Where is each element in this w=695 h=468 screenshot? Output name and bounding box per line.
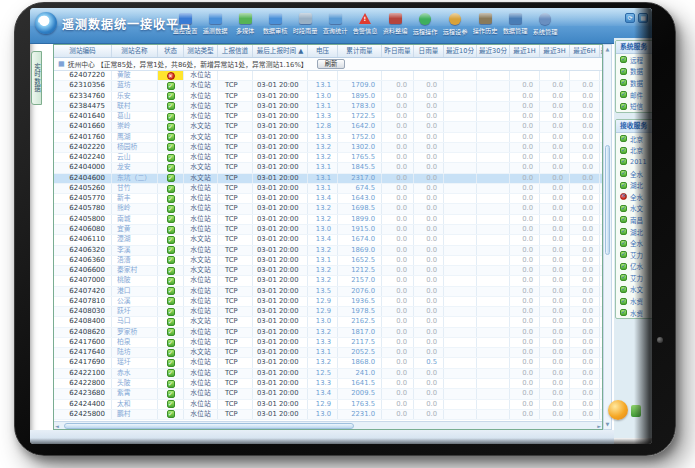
table-row[interactable]: 62407220黄陂✕水位站: [54, 71, 602, 81]
table-row[interactable]: 62417690瑶圩✓水位站TCP03-01 20:0013.21868.00.…: [54, 358, 602, 368]
table-row[interactable]: 62402220杨园桥✓水位站TCP03-01 20:0013.21302.00…: [54, 143, 602, 153]
horizontal-scroll-thumb[interactable]: [64, 423, 354, 429]
panel-service-item[interactable]: ✓短信: [616, 100, 652, 112]
column-header-11[interactable]: 最近10分: [444, 45, 477, 57]
horizontal-scrollbar[interactable]: ◄ ►: [54, 421, 602, 430]
table-row[interactable]: 62401760鹰湖✓水文站TCP03-01 20:0013.31752.00.…: [54, 133, 602, 143]
panel-service-item[interactable]: ✓2011: [616, 156, 652, 168]
realtime-data-tab[interactable]: 实时数据: [31, 51, 42, 105]
table-row[interactable]: 62422100赤水✓水位站TCP03-01 20:0012.5241.00.0…: [54, 369, 602, 379]
table-row[interactable]: 62406320李溪✓水位站TCP03-01 20:0013.21869.00.…: [54, 246, 602, 256]
grid-icon[interactable]: ▦: [638, 13, 648, 23]
panel-service-item[interactable]: ✓北京: [616, 145, 652, 157]
sun-logo-icon: [608, 400, 628, 420]
vertical-scrollbar[interactable]: ▲ ▼: [603, 44, 612, 430]
table-row[interactable]: 62424400太和✓水位站TCP03-01 20:0012.91763.50.…: [54, 400, 602, 410]
refresh-icon[interactable]: ⟳: [625, 13, 635, 23]
panel-service-item[interactable]: ✓亿水: [616, 261, 652, 273]
scroll-up-arrow-icon[interactable]: ▲: [604, 45, 611, 54]
toolbar-item-资料整编[interactable]: 资料整编: [380, 11, 410, 36]
refresh-button[interactable]: 刷新: [317, 59, 346, 69]
panel-service-item[interactable]: ✓邮件: [616, 89, 652, 101]
toolbar-item-监控设置[interactable]: 监控设置: [170, 11, 200, 36]
table-row[interactable]: 62407420港口✓水位站TCP03-01 20:0013.52076.00.…: [54, 287, 602, 297]
table-row[interactable]: 62310356蓝坊✓水位站TCP03-01 20:0013.11709.00.…: [54, 81, 602, 91]
table-row[interactable]: 62401660崇岭✓水文站TCP03-01 20:0012.81642.00.…: [54, 122, 602, 132]
column-header-2[interactable]: 测站名称: [112, 45, 158, 57]
table-row[interactable]: 62406600秦家村✓水文站TCP03-01 20:0013.21212.50…: [54, 266, 602, 276]
column-header-6[interactable]: 最后上报时间 ▲: [253, 45, 308, 57]
scroll-right-arrow-icon[interactable]: ►: [597, 422, 601, 430]
panel-service-item[interactable]: ✓水文: [616, 203, 652, 215]
table-row[interactable]: 62405770新丰✓水位站TCP03-01 20:0013.41643.00.…: [54, 194, 602, 204]
cell-voltage: 13.2: [308, 358, 338, 367]
table-row[interactable]: 62402240云山✓水位站TCP03-01 20:0013.21765.50.…: [54, 153, 602, 163]
panel-service-item[interactable]: ✓湖北: [616, 179, 652, 191]
toolbar-item-远程操作[interactable]: 远程操作: [410, 11, 440, 36]
table-row[interactable]: 62408030跃圩✓水位站TCP03-01 20:0012.91978.50.…: [54, 307, 602, 317]
table-row[interactable]: 62407810公溪✓水位站TCP03-01 20:0012.91936.50.…: [54, 297, 602, 307]
panel-service-item[interactable]: ✕全水: [616, 191, 652, 203]
panel-service-item[interactable]: ✓水资: [616, 295, 652, 307]
toolbar-item-遥测数据[interactable]: 遥测数据: [200, 11, 230, 36]
toolbar-item-远程设参[interactable]: 远程设参: [440, 11, 470, 36]
vertical-scroll-thumb[interactable]: [605, 145, 610, 255]
column-header-13[interactable]: 最近1H: [510, 45, 540, 57]
table-row[interactable]: 62417640陆坊✓水文站TCP03-01 20:0013.12052.50.…: [54, 348, 602, 358]
table-row[interactable]: 62422800头陂✓水位站TCP03-01 20:0013.31641.50.…: [54, 379, 602, 389]
table-row[interactable]: 62405780熊岭✓水位站TCP03-01 20:0013.21698.50.…: [54, 204, 602, 214]
toolbar-item-操作历史[interactable]: 操作历史: [470, 11, 500, 36]
panel-service-item[interactable]: ✓远程: [616, 54, 652, 66]
toolbar-item-数据审核[interactable]: 数据审核: [260, 11, 290, 36]
column-header-5[interactable]: 上报信道: [218, 45, 253, 57]
panel-service-item[interactable]: ✓数据: [616, 77, 652, 89]
scroll-left-arrow-icon[interactable]: ◄: [55, 422, 59, 430]
table-row[interactable]: 62404000龙安✓水文站TCP03-01 20:0013.11845.50.…: [54, 163, 602, 173]
panel-service-item[interactable]: ✓数据: [616, 66, 652, 78]
toolbar-item-时段雨量[interactable]: 时段雨量: [290, 11, 320, 36]
table-row[interactable]: 62401640葛山✓水位站TCP03-01 20:0013.31722.50.…: [54, 112, 602, 122]
panel-service-item[interactable]: ✓水资: [616, 307, 652, 319]
panel-service-item[interactable]: ✓全水: [616, 168, 652, 180]
toolbar-item-数据管理[interactable]: 数据管理: [500, 11, 530, 36]
toolbar-item-系统管理[interactable]: 系统管理: [530, 11, 560, 36]
table-row[interactable]: 62404600东坑（二）✓水文站TCP03-01 20:0013.12317.…: [54, 174, 602, 184]
table-row[interactable]: 62406110潭湖✓水文站TCP03-01 20:0013.41674.00.…: [54, 235, 602, 245]
panel-service-item[interactable]: ✓南昌: [616, 214, 652, 226]
column-header-7[interactable]: 电压: [308, 45, 338, 57]
column-header-8[interactable]: 累计雨量: [338, 45, 382, 57]
cell-rain_today: 0.0: [414, 410, 444, 419]
toolbar-item-告警信息[interactable]: 告警信息: [350, 11, 380, 36]
toolbar-item-多媒体[interactable]: 多媒体: [230, 11, 260, 36]
table-row[interactable]: 62384475联村✓水位站TCP03-01 20:0013.11783.00.…: [54, 102, 602, 112]
column-header-14[interactable]: 最近3H: [540, 45, 570, 57]
table-row[interactable]: 62406360浯漕✓水文站TCP03-01 20:0013.11652.50.…: [54, 256, 602, 266]
panel-service-item[interactable]: ✓艾力: [616, 249, 652, 261]
column-header-12[interactable]: 最近30分: [477, 45, 510, 57]
table-row[interactable]: 62406080宜黄✓水位站TCP03-01 20:0013.01915.00.…: [54, 225, 602, 235]
column-header-10[interactable]: 日雨量: [414, 45, 444, 57]
cell-voltage: 13.0: [308, 225, 338, 234]
toolbar-item-查询统计[interactable]: 查询统计: [320, 11, 350, 36]
column-header-1[interactable]: 测站编码: [54, 45, 112, 57]
panel-service-item[interactable]: ✓水文: [616, 284, 652, 296]
column-header-4[interactable]: 测站类型: [184, 45, 218, 57]
table-row[interactable]: 62408620罗家桥✓水位站TCP03-01 20:0013.21817.00…: [54, 328, 602, 338]
table-row[interactable]: 62407000桃陂✓水位站TCP03-01 20:0013.22157.00.…: [54, 276, 602, 286]
column-header-3[interactable]: 状态: [158, 45, 184, 57]
panel-service-item[interactable]: ✓艾力: [616, 272, 652, 284]
column-header-9[interactable]: 昨日雨量: [382, 45, 414, 57]
table-row[interactable]: 62405800南城✓水位站TCP03-01 20:0013.21899.00.…: [54, 215, 602, 225]
column-header-15[interactable]: 最近6H: [570, 45, 600, 57]
table-row[interactable]: 62425800鹏村✓水位站TCP03-01 20:0013.02231.00.…: [54, 410, 602, 420]
table-row[interactable]: 62417600柏泉✓水位站TCP03-01 20:0013.32117.50.…: [54, 338, 602, 348]
panel-service-item[interactable]: ✓湖北: [616, 226, 652, 238]
table-row[interactable]: 62334760乐安✓水位站TCP03-01 20:0013.01895.00.…: [54, 92, 602, 102]
panel-service-item[interactable]: ✓全水: [616, 237, 652, 249]
table-row[interactable]: 62405260甘竹✓水位站TCP03-01 20:0013.1674.50.0…: [54, 184, 602, 194]
scroll-down-arrow-icon[interactable]: ▼: [604, 420, 611, 429]
table-row[interactable]: 62408400马口✓水文站TCP03-01 20:0013.02162.50.…: [54, 317, 602, 327]
panel-service-item[interactable]: ✓北京: [616, 133, 652, 145]
table-row[interactable]: 62423680紫霄✓水位站TCP03-01 20:0013.42009.50.…: [54, 389, 602, 399]
cell-name: 宜黄: [112, 225, 158, 234]
